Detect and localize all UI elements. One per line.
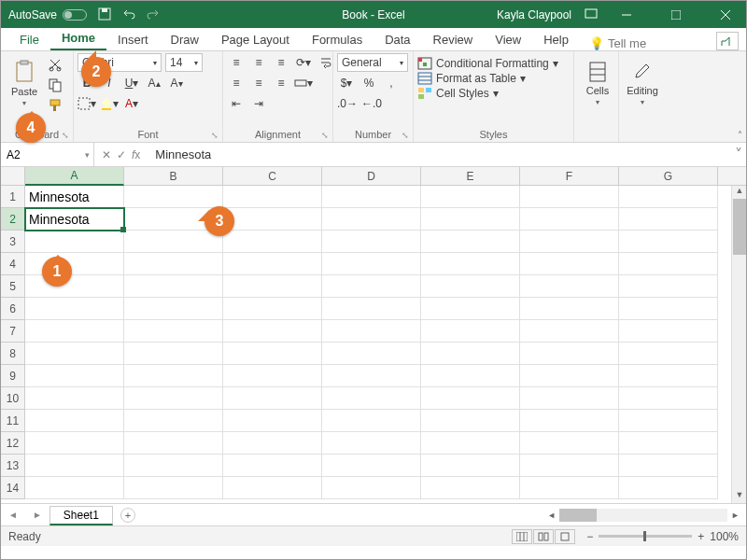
row-header[interactable]: 7 [1, 320, 25, 343]
cell[interactable] [520, 432, 619, 455]
cell[interactable] [223, 432, 322, 455]
row-header[interactable]: 1 [1, 186, 25, 208]
cell[interactable] [619, 410, 718, 432]
scroll-up-icon[interactable]: ▲ [732, 186, 746, 199]
cell[interactable] [124, 477, 223, 499]
cell[interactable] [124, 432, 223, 455]
ribbon-display-icon[interactable] [585, 8, 598, 21]
cell-styles-button[interactable]: Cell Styles▾ [417, 87, 570, 100]
align-bottom-button[interactable]: ≡ [272, 53, 290, 72]
cell[interactable] [223, 365, 322, 387]
cells-area[interactable]: MinnesotaMinnesota [25, 186, 718, 499]
column-header[interactable]: E [421, 167, 520, 185]
cell[interactable] [520, 231, 619, 253]
tab-formulas[interactable]: Formulas [301, 29, 374, 50]
cell[interactable] [421, 275, 520, 298]
number-format-combo[interactable]: General▾ [337, 53, 408, 72]
number-launcher-icon[interactable]: ⤡ [402, 131, 409, 140]
cell[interactable] [124, 365, 223, 387]
cell[interactable] [520, 208, 619, 231]
cell[interactable] [223, 410, 322, 432]
borders-button[interactable]: ▾ [78, 94, 96, 113]
cell[interactable] [322, 186, 421, 208]
cell[interactable] [322, 432, 421, 455]
increase-font-button[interactable]: A▴ [145, 74, 163, 92]
tab-review[interactable]: Review [422, 29, 485, 50]
scroll-down-icon[interactable]: ▼ [732, 490, 746, 503]
cell[interactable] [223, 253, 322, 275]
hscroll-thumb[interactable] [559, 509, 597, 522]
cell[interactable] [124, 320, 223, 343]
row-header[interactable]: 9 [1, 365, 25, 387]
cell[interactable] [223, 186, 322, 208]
zoom-level[interactable]: 100% [710, 530, 739, 543]
worksheet-grid[interactable]: ABCDEFG 1234567891011121314 MinnesotaMin… [1, 167, 746, 503]
cell[interactable] [619, 455, 718, 477]
cell[interactable]: Minnesota [25, 208, 124, 231]
row-header[interactable]: 2 [1, 208, 26, 231]
cell[interactable] [619, 365, 718, 387]
cell[interactable] [322, 298, 421, 320]
cell[interactable] [25, 477, 124, 499]
sheet-nav-next-icon[interactable]: ► [25, 510, 49, 520]
cell[interactable] [520, 387, 619, 410]
cell[interactable] [520, 365, 619, 387]
cell[interactable] [223, 320, 322, 343]
autosave-control[interactable]: AutoSave [8, 8, 87, 21]
increase-decimal-button[interactable]: .0→ [337, 94, 358, 113]
cell[interactable] [421, 343, 520, 365]
cell[interactable] [619, 186, 718, 208]
cell[interactable] [421, 298, 520, 320]
user-name[interactable]: Kayla Claypool [497, 8, 571, 21]
sheet-tab-active[interactable]: Sheet1 [49, 506, 113, 525]
scroll-thumb[interactable] [733, 199, 746, 255]
cell[interactable] [223, 387, 322, 410]
row-header[interactable]: 11 [1, 410, 25, 432]
expand-formulabar-icon[interactable]: ˅ [731, 146, 746, 163]
redo-icon[interactable] [147, 7, 162, 22]
percent-format-button[interactable]: % [359, 74, 378, 92]
column-header[interactable]: G [619, 167, 718, 185]
fill-handle[interactable] [120, 227, 126, 232]
cell[interactable] [520, 186, 619, 208]
horizontal-scrollbar[interactable]: ◄ ► [544, 509, 742, 522]
cell[interactable] [520, 410, 619, 432]
add-sheet-button[interactable]: + [120, 508, 135, 523]
zoom-out-button[interactable]: − [586, 530, 593, 543]
underline-button[interactable]: U▾ [122, 74, 141, 92]
hscroll-right-icon[interactable]: ► [728, 511, 742, 520]
cell[interactable] [619, 253, 718, 275]
cell[interactable] [520, 455, 619, 477]
save-icon[interactable] [98, 7, 113, 22]
cell[interactable] [322, 387, 421, 410]
formula-input[interactable]: Minnesota [148, 147, 731, 161]
cell[interactable] [124, 298, 223, 320]
row-header[interactable]: 6 [1, 298, 25, 320]
undo-icon[interactable] [122, 7, 137, 22]
cell[interactable] [124, 253, 223, 275]
cell[interactable] [223, 298, 322, 320]
cell[interactable] [124, 410, 223, 432]
cell[interactable] [322, 208, 421, 231]
normal-view-button[interactable] [512, 529, 532, 544]
align-right-button[interactable]: ≡ [272, 74, 290, 92]
cell[interactable] [25, 298, 124, 320]
row-header[interactable]: 14 [1, 477, 25, 499]
cell[interactable] [421, 455, 520, 477]
minimize-button[interactable] [605, 1, 647, 28]
cell[interactable] [322, 455, 421, 477]
cell[interactable] [223, 455, 322, 477]
fx-icon[interactable]: fx [132, 148, 140, 161]
cell[interactable] [322, 477, 421, 499]
cell[interactable] [619, 477, 718, 499]
cell[interactable] [223, 231, 322, 253]
cell[interactable] [223, 208, 322, 231]
increase-indent-button[interactable]: ⇥ [249, 94, 268, 113]
cell[interactable] [619, 432, 718, 455]
close-button[interactable] [704, 1, 746, 28]
sheet-nav-prev-icon[interactable]: ◄ [1, 510, 25, 520]
column-header[interactable]: D [322, 167, 421, 185]
cell[interactable] [619, 387, 718, 410]
cell[interactable] [619, 208, 718, 231]
font-color-button[interactable]: A▾ [122, 94, 141, 113]
